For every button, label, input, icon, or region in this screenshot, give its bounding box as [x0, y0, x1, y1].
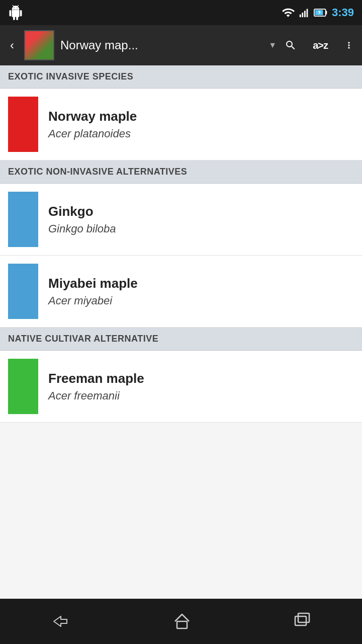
section-header-exotic-non-invasive: EXOTIC NON-INVASIVE ALTERNATIVES	[0, 160, 362, 184]
app-icon	[24, 30, 54, 60]
list-item-norway-maple[interactable]: Norway mapleAcer platanoides	[0, 89, 362, 160]
sort-icon[interactable]: a>z	[311, 38, 330, 53]
svg-rect-2	[304, 11, 306, 17]
item-text-ginkgo: GinkgoGinkgo biloba	[48, 204, 116, 235]
app-bar-title: Norway map...	[60, 38, 266, 52]
more-options-icon[interactable]	[342, 37, 356, 53]
svg-rect-0	[300, 15, 301, 17]
status-bar-left	[8, 5, 23, 20]
nav-home-button[interactable]	[160, 606, 204, 636]
scientific-name-ginkgo: Ginkgo biloba	[48, 222, 116, 235]
status-bar-right: 3:39	[282, 6, 354, 19]
list-item-miyabei-maple[interactable]: Miyabei mapleAcer miyabei	[0, 256, 362, 328]
scientific-name-norway-maple: Acer platanoides	[48, 127, 137, 140]
color-swatch-ginkgo	[8, 192, 38, 247]
time-display: 3:39	[332, 6, 354, 19]
svg-rect-5	[326, 11, 327, 15]
search-icon[interactable]	[283, 37, 299, 53]
signal-icon	[299, 6, 310, 19]
dropdown-arrow-icon: ▼	[268, 41, 277, 50]
section-header-text-native-cultivar: NATIVE CULTIVAR ALTERNATIVE	[8, 334, 158, 344]
section-header-text-exotic-invasive: EXOTIC INVASIVE SPECIES	[8, 71, 133, 82]
svg-rect-9	[298, 613, 309, 622]
content-list: EXOTIC INVASIVE SPECIESNorway mapleAcer …	[0, 65, 362, 599]
color-swatch-miyabei-maple	[8, 264, 38, 319]
item-text-miyabei-maple: Miyabei mapleAcer miyabei	[48, 276, 138, 307]
bottom-nav	[0, 599, 362, 644]
back-button[interactable]: ‹	[6, 34, 18, 56]
battery-icon	[314, 6, 328, 19]
item-text-freeman-maple: Freeman mapleAcer freemanii	[48, 371, 144, 403]
color-swatch-freeman-maple	[8, 359, 38, 414]
common-name-freeman-maple: Freeman maple	[48, 371, 144, 386]
list-item-ginkgo[interactable]: GinkgoGinkgo biloba	[0, 184, 362, 256]
common-name-ginkgo: Ginkgo	[48, 204, 116, 219]
list-item-freeman-maple[interactable]: Freeman mapleAcer freemanii	[0, 351, 362, 423]
svg-rect-7	[177, 621, 187, 628]
toolbar-icons: a>z	[283, 37, 356, 53]
svg-rect-8	[295, 616, 306, 625]
section-header-native-cultivar: NATIVE CULTIVAR ALTERNATIVE	[0, 328, 362, 351]
svg-rect-3	[307, 9, 308, 17]
color-swatch-norway-maple	[8, 97, 38, 152]
section-header-text-exotic-non-invasive: EXOTIC NON-INVASIVE ALTERNATIVES	[8, 167, 187, 177]
svg-rect-1	[302, 13, 303, 17]
android-icon	[8, 5, 23, 20]
status-bar: 3:39	[0, 0, 362, 25]
nav-recents-button[interactable]	[280, 606, 324, 636]
item-text-norway-maple: Norway mapleAcer platanoides	[48, 109, 137, 140]
wifi-icon	[282, 6, 295, 19]
nav-back-button[interactable]	[38, 606, 84, 636]
app-bar: ‹ Norway map... ▼ a>z	[0, 25, 362, 65]
section-header-exotic-invasive: EXOTIC INVASIVE SPECIES	[0, 65, 362, 89]
common-name-miyabei-maple: Miyabei maple	[48, 276, 138, 291]
scientific-name-freeman-maple: Acer freemanii	[48, 389, 144, 403]
scientific-name-miyabei-maple: Acer miyabei	[48, 294, 138, 307]
common-name-norway-maple: Norway maple	[48, 109, 137, 124]
